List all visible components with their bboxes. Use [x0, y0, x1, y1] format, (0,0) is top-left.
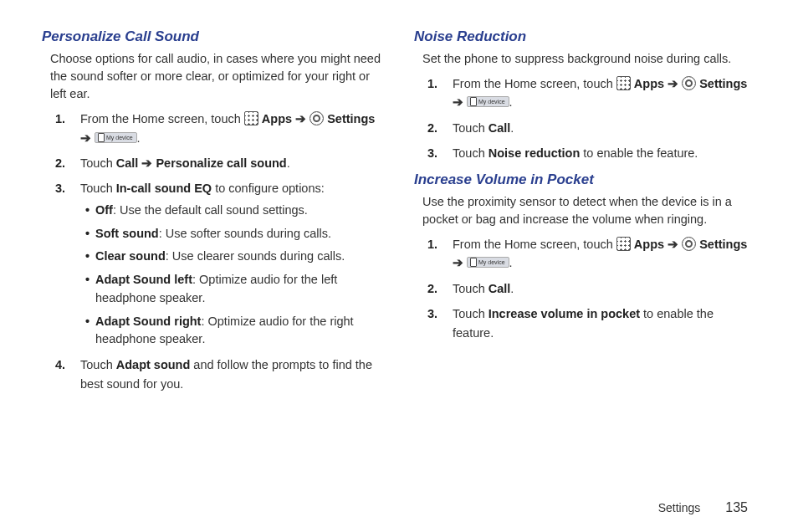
columns: Personalize Call Sound Choose options fo… [42, 25, 756, 494]
bullet-text: : Use softer sounds during calls. [159, 227, 331, 240]
period: . [287, 156, 290, 170]
step-text: From the Home screen, touch [453, 77, 616, 90]
settings-icon [682, 76, 696, 90]
bold-text: Adapt Sound left [95, 273, 192, 286]
step-1: From the Home screen, touch Apps ➔ Setti… [453, 74, 756, 112]
period: . [137, 131, 141, 145]
arrow-icon: ➔ [295, 112, 309, 125]
apps-label: Apps [262, 112, 292, 125]
bullet-list: Off: Use the default call sound settings… [80, 202, 384, 349]
arrow-icon: ➔ [668, 77, 682, 90]
step-2: Touch Call. [453, 279, 756, 298]
step-1: From the Home screen, touch Apps ➔ Setti… [80, 110, 384, 147]
mydevice-icon: My device [95, 132, 137, 143]
step-4: Touch Adapt sound and follow the prompts… [80, 356, 384, 393]
step-2: Touch Call. [453, 119, 756, 137]
step-text: Touch [453, 121, 489, 135]
mydevice-icon: My device [467, 96, 509, 107]
apps-icon [616, 237, 631, 251]
bullet-item: Clear sound: Use clearer sounds during c… [85, 248, 384, 266]
apps-label: Apps [634, 77, 664, 90]
bullet-item: Off: Use the default call sound settings… [85, 202, 384, 220]
bullet-item: Adapt Sound left: Optimize audio for the… [85, 271, 384, 308]
bold-text: Adapt Sound right [95, 315, 201, 328]
steps-list: From the Home screen, touch Apps ➔ Setti… [422, 74, 756, 163]
step-text: to enable the feature. [580, 146, 698, 160]
step-1: From the Home screen, touch Apps ➔ Setti… [453, 235, 756, 273]
bold-text: Adapt sound [116, 358, 191, 371]
bold-text: Clear sound [95, 249, 166, 263]
bold-text: Noise reduction [489, 146, 581, 160]
apps-icon [616, 76, 631, 90]
settings-label: Settings [699, 77, 747, 90]
intro-text: Use the proximity sensor to detect when … [422, 193, 756, 228]
step-text: to configure options: [212, 182, 325, 195]
arrow-icon: ➔ [80, 131, 95, 145]
settings-label: Settings [699, 238, 747, 251]
step-text: Touch [453, 146, 489, 160]
bold-text: Off [95, 203, 113, 217]
bold-text: In-call sound EQ [116, 182, 212, 195]
step-text: Touch [80, 182, 116, 195]
page: Personalize Call Sound Choose options fo… [0, 0, 798, 532]
step-text: Touch [80, 358, 116, 371]
period: . [510, 121, 514, 135]
step-text: Touch [453, 307, 489, 320]
step-text: Touch [453, 282, 489, 295]
settings-icon [309, 111, 324, 125]
apps-icon [244, 111, 258, 125]
steps-list: From the Home screen, touch Apps ➔ Setti… [50, 110, 384, 393]
arrow-icon: ➔ [453, 256, 467, 269]
bullet-text: : Use clearer sounds during calls. [166, 249, 345, 263]
intro-text: Choose options for call audio, in cases … [50, 50, 384, 103]
arrow-icon: ➔ [138, 156, 156, 170]
step-3: Touch In-call sound EQ to configure opti… [80, 179, 384, 349]
intro-text: Set the phone to suppress background noi… [422, 50, 756, 68]
bold-text: Personalize call sound [156, 156, 286, 170]
steps-list: From the Home screen, touch Apps ➔ Setti… [422, 235, 756, 342]
step-3: Touch Increase volume in pocket to enabl… [453, 304, 756, 342]
bullet-item: Soft sound: Use softer sounds during cal… [85, 225, 384, 243]
section-title-noise: Noise Reduction [414, 28, 756, 45]
bullet-item: Adapt Sound right: Optimize audio for th… [85, 313, 384, 350]
bullet-text: : Use the default call sound settings. [113, 203, 308, 217]
bold-text: Soft sound [95, 227, 159, 240]
step-text: From the Home screen, touch [453, 238, 616, 251]
settings-label: Settings [327, 112, 375, 125]
page-footer: Settings 135 [42, 494, 756, 515]
footer-section: Settings [658, 501, 701, 514]
settings-icon [682, 237, 696, 251]
bold-text: Call [489, 282, 511, 295]
bold-text: Call [489, 121, 511, 135]
apps-label: Apps [634, 238, 664, 251]
section-title-volume: Increase Volume in Pocket [414, 171, 756, 188]
mydevice-icon: My device [467, 257, 509, 268]
bold-text: Increase volume in pocket [489, 307, 640, 320]
period: . [509, 256, 513, 269]
right-column: Noise Reduction Set the phone to suppres… [414, 25, 756, 494]
period: . [510, 282, 514, 295]
step-text: From the Home screen, touch [80, 112, 244, 125]
bold-text: Call [116, 156, 139, 170]
step-2: Touch Call ➔ Personalize call sound. [80, 154, 384, 172]
step-3: Touch Noise reduction to enable the feat… [453, 144, 756, 162]
period: . [509, 95, 513, 109]
section-title-personalize: Personalize Call Sound [42, 28, 384, 45]
left-column: Personalize Call Sound Choose options fo… [42, 25, 384, 494]
page-number: 135 [725, 500, 748, 515]
step-text: Touch [80, 156, 116, 170]
arrow-icon: ➔ [453, 95, 467, 109]
arrow-icon: ➔ [668, 238, 682, 251]
